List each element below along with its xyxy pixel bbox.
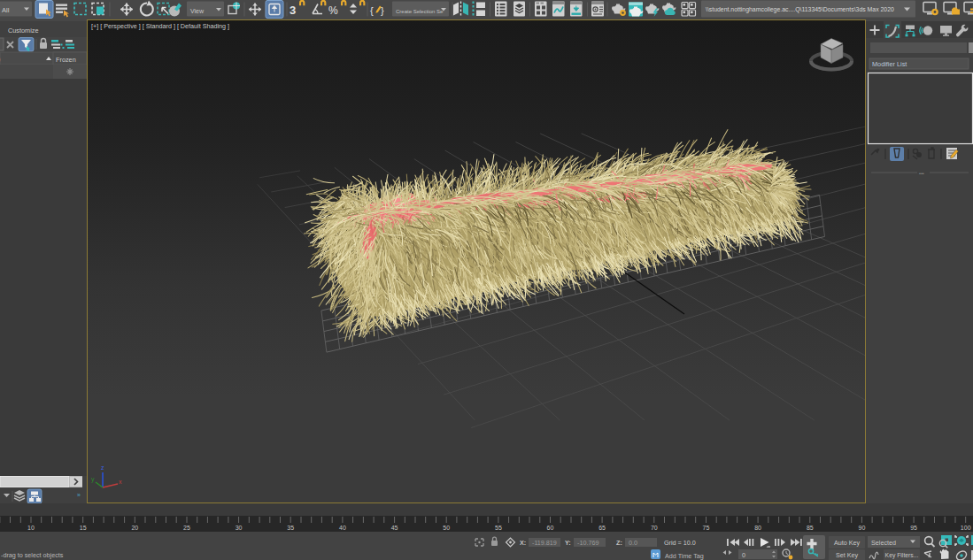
svg-text:Add Time Tag: Add Time Tag — [665, 552, 704, 560]
svg-text:Set Key: Set Key — [836, 551, 859, 559]
svg-text:X:: X: — [520, 539, 526, 547]
svg-text:50: 50 — [443, 525, 450, 531]
svg-text:60: 60 — [547, 525, 554, 531]
svg-text:y: y — [91, 476, 95, 483]
svg-text:45: 45 — [391, 525, 398, 531]
svg-text:%: % — [328, 4, 338, 17]
svg-text:40: 40 — [339, 525, 346, 531]
svg-text:Grid = 10.0: Grid = 10.0 — [664, 539, 696, 547]
svg-text:Frozen: Frozen — [56, 56, 76, 64]
svg-text:0.0: 0.0 — [629, 539, 637, 547]
svg-text:Selected: Selected — [871, 539, 896, 547]
svg-text:z: z — [101, 464, 104, 471]
svg-text:0: 0 — [742, 551, 745, 559]
svg-text:Z:: Z: — [616, 539, 622, 547]
svg-text:100: 100 — [961, 525, 971, 531]
svg-text:Modifier List: Modifier List — [872, 60, 907, 68]
svg-text:Key Filters...: Key Filters... — [885, 552, 919, 559]
svg-text:Customize: Customize — [8, 27, 38, 35]
svg-text:»: » — [77, 492, 81, 498]
svg-text:75: 75 — [703, 525, 710, 531]
svg-text:\\student.nottinghamcollege.ac: \\student.nottinghamcollege.ac....Q\1133… — [706, 6, 894, 13]
svg-text:65: 65 — [598, 525, 606, 531]
svg-text:-119.819: -119.819 — [532, 539, 557, 547]
svg-text:30: 30 — [236, 525, 243, 531]
svg-text:35: 35 — [287, 525, 294, 531]
svg-text:[+] [ Perspective ] [ Standard: [+] [ Perspective ] [ Standard ] [ Defau… — [91, 22, 229, 30]
svg-text:Y:: Y: — [565, 539, 571, 547]
svg-text:70: 70 — [651, 525, 658, 531]
svg-text:View: View — [190, 8, 205, 14]
svg-text:Create Selection Se: Create Selection Se — [396, 9, 444, 14]
svg-text:25: 25 — [183, 525, 190, 531]
svg-text:}: } — [381, 5, 384, 16]
svg-text:10: 10 — [27, 525, 35, 531]
svg-text:Auto Key: Auto Key — [834, 539, 861, 547]
svg-text:55: 55 — [495, 525, 502, 531]
svg-text:-10.769: -10.769 — [577, 539, 598, 547]
svg-text:-drag to select objects: -drag to select objects — [1, 551, 64, 559]
svg-text:{: { — [370, 5, 374, 16]
svg-text:90: 90 — [859, 525, 866, 531]
svg-text:15: 15 — [80, 525, 87, 531]
svg-text:80: 80 — [754, 525, 761, 531]
svg-text:95: 95 — [910, 525, 917, 531]
svg-text:85: 85 — [807, 525, 814, 531]
svg-text:x: x — [119, 479, 122, 485]
svg-text:20: 20 — [131, 525, 138, 531]
svg-text:•••: ••• — [919, 171, 924, 176]
svg-text:All: All — [2, 6, 10, 14]
svg-text:3: 3 — [290, 4, 296, 17]
